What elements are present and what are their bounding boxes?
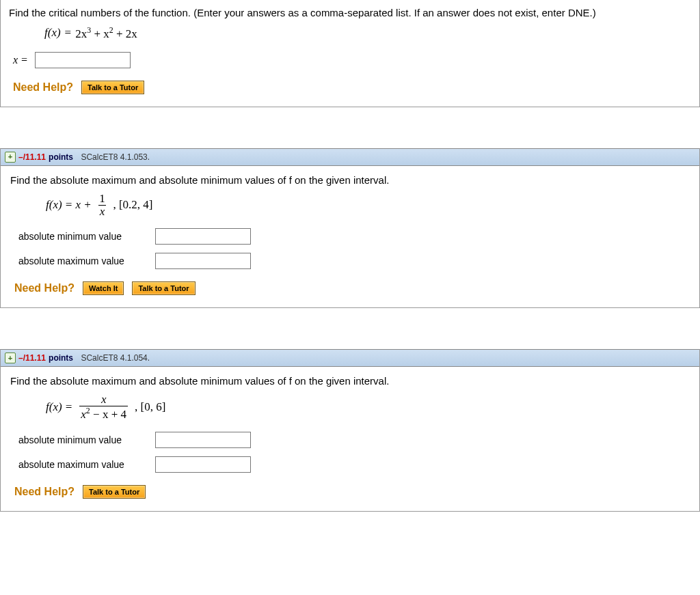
fraction: 1 x [98,193,107,218]
absolute-maximum-input[interactable] [155,253,251,269]
question-prompt: Find the absolute maximum and absolute m… [10,174,690,186]
function-definition: f(x) = x x2 − x + 4 , [0, 6] [10,391,690,427]
den-rest: − x + 4 [90,408,126,421]
interval: , [0.2, 4] [113,198,152,212]
need-help-row: Need Help? Talk to a Tutor [10,477,690,499]
min-value-row: absolute minimum value [10,224,690,249]
question-2: + –/11.11 points SCalcET8 4.1.053. Find … [0,148,700,309]
rhs: 2x3 + x2 + 2x [75,25,137,41]
absolute-maximum-label: absolute maximum value [14,459,148,470]
function-definition: f(x) = x + 1 x , [0.2, 4] [10,190,690,225]
points-earned: –/11.11 [18,353,46,363]
den-term-1: x [81,408,86,421]
term-2: + x [91,27,109,40]
answer-row-x: x = [9,48,691,72]
expand-icon[interactable]: + [5,352,16,363]
absolute-minimum-label: absolute minimum value [14,231,148,242]
watch-it-button[interactable]: Watch It [83,281,124,295]
talk-to-tutor-button[interactable]: Talk to a Tutor [81,81,144,94]
fraction-denominator: x2 − x + 4 [79,406,128,421]
need-help-label: Need Help? [13,81,73,94]
term-3: + 2x [113,27,137,40]
points-earned: –/11.11 [18,152,46,162]
question-header: + –/11.11 points SCalcET8 4.1.053. [1,148,699,166]
fx-lhs: f(x) = x + [46,198,92,212]
question-1: Find the critical numbers of the functio… [0,0,700,107]
min-value-row: absolute minimum value [10,428,690,452]
need-help-label: Need Help? [14,282,75,294]
function-definition: f(x) = 2x3 + x2 + 2x [9,23,691,48]
absolute-minimum-label: absolute minimum value [14,434,148,445]
need-help-row: Need Help? Watch It Talk to a Tutor [10,273,690,295]
need-help-row: Need Help? Talk to a Tutor [9,72,691,94]
expand-icon[interactable]: + [5,152,16,163]
question-prompt: Find the absolute maximum and absolute m… [10,375,690,387]
critical-numbers-input[interactable] [35,52,131,68]
question-body: Find the absolute maximum and absolute m… [1,367,699,510]
question-body: Find the absolute maximum and absolute m… [1,166,699,308]
question-reference: SCalcET8 4.1.053. [81,152,150,162]
max-value-row: absolute maximum value [10,249,690,273]
absolute-minimum-input[interactable] [155,228,251,245]
question-header: + –/11.11 points SCalcET8 4.1.054. [1,349,699,367]
fraction-numerator: x [101,393,107,406]
term-1-coef: 2x [75,27,87,40]
fraction-denominator: x [98,205,107,218]
fx-symbol: f(x) [44,26,61,40]
points-label: points [49,152,73,162]
interval: , [0, 6] [135,400,165,414]
absolute-maximum-label: absolute maximum value [14,255,148,266]
absolute-maximum-input[interactable] [155,456,251,473]
equals-sign: = [65,26,72,40]
question-prompt: Find the critical numbers of the functio… [9,7,691,18]
points-label: points [49,353,73,363]
max-value-row: absolute maximum value [10,452,690,477]
talk-to-tutor-button[interactable]: Talk to a Tutor [83,485,146,499]
question-3: + –/11.11 points SCalcET8 4.1.054. Find … [0,349,700,511]
x-equals-label: x = [13,54,28,66]
talk-to-tutor-button[interactable]: Talk to a Tutor [132,281,195,295]
absolute-minimum-input[interactable] [155,432,251,448]
question-reference: SCalcET8 4.1.054. [81,353,150,363]
fx-lhs: f(x) = [46,400,72,414]
fraction: x x2 − x + 4 [79,393,128,420]
fraction-numerator: 1 [99,193,105,205]
need-help-label: Need Help? [14,486,75,498]
